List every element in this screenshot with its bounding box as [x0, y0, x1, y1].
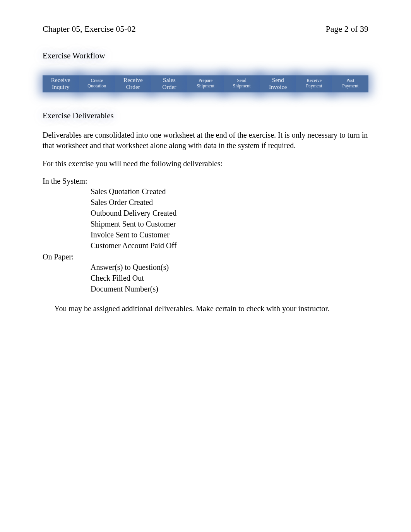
workflow-step-line2: Payment	[297, 84, 332, 89]
workflow-step: Create Quotation	[79, 75, 115, 92]
workflow-step-line2: Order	[152, 84, 187, 90]
list-item: Document Number(s)	[43, 285, 368, 293]
workflow-step-line1: Sales	[152, 77, 187, 84]
header-page-number: Page 2 of 39	[325, 24, 368, 34]
workflow-step-line1: Receive	[43, 77, 78, 84]
workflow-step-line1: Receive	[116, 77, 151, 84]
workflow-step-line2: Quotation	[80, 84, 115, 89]
workflow-step: Prepare Shipment	[187, 75, 224, 92]
workflow-step-line2: Shipment	[188, 84, 223, 89]
list-item-text: Sales Quotation Created	[91, 187, 368, 196]
workflow-diagram: Receive Inquiry Create Quotation Receive…	[43, 75, 368, 92]
deliverables-title: Exercise Deliverables	[43, 111, 368, 121]
page-header: Chapter 05, Exercise 05-02 Page 2 of 39	[43, 24, 368, 34]
deliverables-intro: Deliverables are consolidated into one w…	[43, 130, 368, 151]
workflow-step: Send Invoice	[260, 75, 296, 92]
workflow-step-line2: Invoice	[260, 84, 295, 90]
list-item-text: Customer Account Paid Off	[91, 241, 368, 250]
list-item-text: Sales Order Created	[91, 198, 368, 207]
list-item-text: Check Filled Out	[91, 274, 368, 283]
list-item: Outbound Delivery Created	[43, 209, 368, 218]
list-item: Invoice Sent to Customer	[43, 230, 368, 239]
workflow-step-line1: Send	[260, 77, 295, 84]
workflow-step-line2: Order	[116, 84, 151, 90]
header-chapter: Chapter 05, Exercise 05-02	[43, 24, 136, 34]
list-item-text: Shipment Sent to Customer	[91, 220, 368, 228]
in-system-heading: In the System:	[43, 177, 368, 186]
workflow-step-line1: Receive	[297, 78, 332, 84]
workflow-step: Post Payment	[332, 75, 368, 92]
in-system-list: Sales Quotation Created Sales Order Crea…	[43, 187, 368, 250]
workflow-step: Receive Payment	[296, 75, 332, 92]
list-item-text: Invoice Sent to Customer	[91, 230, 368, 239]
workflow-title: Exercise Workflow	[43, 51, 368, 61]
workflow-step-line2: Inquiry	[43, 84, 78, 90]
workflow-step: Sales Order	[151, 75, 188, 92]
workflow-step: Send Shipment	[224, 75, 260, 92]
list-item: Customer Account Paid Off	[43, 241, 368, 250]
list-item: Sales Order Created	[43, 198, 368, 207]
deliverables-need: For this exercise you will need the foll…	[43, 159, 368, 169]
list-item: Sales Quotation Created	[43, 187, 368, 196]
workflow-step-line2: Shipment	[224, 84, 259, 89]
workflow-step-line1: Create	[80, 78, 115, 84]
workflow-step-line1: Prepare	[188, 78, 223, 84]
list-item: Answer(s) to Question(s)	[43, 263, 368, 272]
list-item: Shipment Sent to Customer	[43, 220, 368, 228]
instructor-note: You may be assigned additional deliverab…	[43, 304, 368, 313]
workflow-step-line1: Send	[224, 78, 259, 84]
list-item-text: Outbound Delivery Created	[91, 209, 368, 218]
on-paper-heading: On Paper:	[43, 252, 368, 261]
instructor-note-text: You may be assigned additional deliverab…	[54, 304, 368, 313]
workflow-step-line1: Post	[333, 78, 368, 84]
list-item: Check Filled Out	[43, 274, 368, 283]
workflow-step: Receive Inquiry	[43, 75, 79, 92]
workflow-step: Receive Order	[115, 75, 151, 92]
on-paper-list: Answer(s) to Question(s) Check Filled Ou…	[43, 263, 368, 293]
workflow-step-line2: Payment	[333, 84, 368, 89]
list-item-text: Document Number(s)	[91, 285, 368, 293]
list-item-text: Answer(s) to Question(s)	[91, 263, 368, 272]
